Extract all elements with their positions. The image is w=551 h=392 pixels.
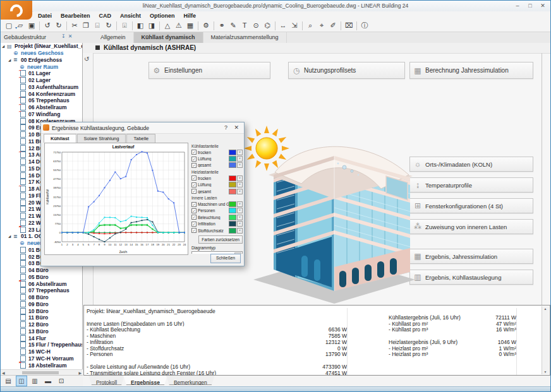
edit-pencil-icon[interactable]: ✎ bbox=[227, 20, 239, 31]
view-table-icon[interactable]: ▤ bbox=[3, 376, 14, 386]
dialog-tab-tabelle[interactable]: Tabelle bbox=[126, 134, 155, 143]
refresh-icon[interactable]: ↺ bbox=[84, 56, 89, 62]
panel-next-icon[interactable]: ◨ bbox=[146, 20, 157, 31]
refresh-icon[interactable]: ↻ bbox=[103, 20, 114, 31]
undo-icon[interactable]: ↺ bbox=[42, 20, 53, 31]
new-file-icon[interactable]: ▢▾ bbox=[3, 20, 15, 31]
swatch-dropdown-icon[interactable]: ˅ bbox=[237, 189, 243, 194]
bottom-tab-bemerkungen[interactable]: Bemerkungen bbox=[166, 376, 215, 385]
menu-ansicht[interactable]: Ansicht bbox=[116, 13, 145, 19]
color-swatch[interactable] bbox=[229, 208, 236, 213]
tree-item-projekt-linear-kuehllast-dynamis[interactable]: ◢▤Projekt (liNear_Kuehllast_dynamis bbox=[1, 43, 82, 50]
color-swatch[interactable] bbox=[229, 215, 236, 220]
tree-item-12-b-ro[interactable]: 12 Büro bbox=[1, 321, 82, 328]
checkbox-gesamt[interactable]: ✓ bbox=[191, 163, 197, 168]
dialog-title-bar[interactable]: Ergebnisse Kühllastauslegung, Gebäude ? … bbox=[41, 122, 244, 134]
link-icon[interactable]: ⚭ bbox=[216, 20, 227, 31]
checkbox-trocken[interactable]: ✓ bbox=[191, 175, 197, 181]
color-swatch[interactable] bbox=[229, 221, 236, 227]
network-icon[interactable]: ⌬ bbox=[262, 20, 273, 31]
tree-item-07-windfang[interactable]: ⚑07 Windfang bbox=[1, 111, 82, 118]
dialog-close-icon[interactable]: ✕ bbox=[234, 124, 239, 131]
tree-item-06-abstellraum[interactable]: ⚑06 Abstellraum bbox=[1, 280, 82, 287]
menu-bearbeiten[interactable]: Bearbeiten bbox=[56, 13, 95, 19]
view-card-icon[interactable]: ⊡ bbox=[56, 376, 67, 386]
view-list-icon[interactable]: ▥ bbox=[29, 376, 40, 386]
bottom-tab-protokoll[interactable]: Protokoll bbox=[88, 376, 124, 385]
color-swatch[interactable] bbox=[229, 150, 236, 155]
cut-icon[interactable]: ✂ bbox=[69, 20, 80, 31]
swatch-dropdown-icon[interactable]: ˅ bbox=[237, 221, 243, 227]
checkbox-l-ftung[interactable]: ✓ bbox=[191, 157, 197, 162]
tree-item-07-treppenhaus[interactable]: 07 Treppenhaus bbox=[1, 287, 82, 294]
color-swatch[interactable] bbox=[229, 201, 236, 207]
resize-icon[interactable]: ⇲ bbox=[289, 20, 300, 31]
save-file-icon[interactable]: ▣ bbox=[26, 20, 37, 31]
warning-outline-icon[interactable]: △ bbox=[162, 20, 173, 31]
zoom-icon[interactable]: ⌕ bbox=[305, 20, 316, 31]
dialog-help-icon[interactable]: ? bbox=[224, 124, 227, 131]
tree-item-09-b-ro[interactable]: 09 Büro bbox=[1, 301, 82, 308]
tree-item-02-lager[interactable]: ⚑02 Lager bbox=[1, 77, 82, 84]
view-tree-icon[interactable]: ◫ bbox=[16, 376, 27, 386]
checkbox-infiltration[interactable]: ✓ bbox=[191, 222, 197, 227]
reset-colors-button[interactable]: Farben zurücksetzen bbox=[198, 235, 243, 244]
dialog-tab-solare-strahlung[interactable]: Solare Strahlung bbox=[77, 134, 126, 143]
close-button[interactable]: ✕ bbox=[536, 1, 549, 10]
swatch-dropdown-icon[interactable]: ˅ bbox=[237, 175, 243, 181]
tree-item-15-flur-treppenhaus[interactable]: 15 Flur / Treppenhaus bbox=[1, 342, 82, 348]
view-bars-icon[interactable]: ▬ bbox=[42, 376, 54, 386]
text-tool-icon[interactable]: T bbox=[239, 20, 250, 31]
button-berechnung-jahressimulation[interactable]: ▦Berechnung Jahressimulation bbox=[409, 62, 533, 79]
swatch-dropdown-icon[interactable]: ˅ bbox=[237, 162, 243, 168]
color-swatch[interactable] bbox=[229, 189, 236, 194]
swatch-dropdown-icon[interactable]: ˅ bbox=[237, 201, 243, 207]
button-einstellungen[interactable]: ⚙Einstellungen bbox=[148, 62, 270, 79]
checkbox-maschinen-und-ger-te[interactable]: ✓ bbox=[191, 202, 197, 207]
warning-icon[interactable]: ⚠ bbox=[173, 20, 185, 31]
swatch-dropdown-icon[interactable]: ˅ bbox=[237, 208, 243, 213]
checkbox-personen[interactable]: ✓ bbox=[191, 208, 197, 213]
dialog-tab-k-hllast[interactable]: Kühllast bbox=[44, 134, 76, 143]
tree-item-01-lager[interactable]: ⚑01 Lager bbox=[1, 70, 82, 77]
scroll-up-icon[interactable]: ▲ bbox=[542, 307, 548, 311]
tree-item-13-b-ro[interactable]: 13 Büro bbox=[1, 328, 82, 335]
tree-item-18-abstellraum[interactable]: ⚑18 Abstellraum bbox=[1, 362, 82, 369]
tree-item-06-abstellraum[interactable]: ⚑06 Abstellraum bbox=[1, 104, 82, 111]
swatch-dropdown-icon[interactable]: ˅ bbox=[237, 215, 243, 220]
pin-icon[interactable]: ↧ bbox=[61, 33, 68, 39]
tree-item-08-b-ro[interactable]: 08 Büro bbox=[1, 294, 82, 301]
color-swatch[interactable] bbox=[229, 175, 236, 181]
tree-item-10-b-ro[interactable]: 10 Büro bbox=[1, 307, 82, 314]
scrollbar-thumb[interactable] bbox=[22, 371, 59, 374]
measure-icon[interactable]: ↔ bbox=[277, 20, 289, 31]
dialog-close-button[interactable]: Schließen bbox=[210, 254, 241, 263]
button-orts-klimadaten-koln[interactable]: ☼Orts-/Klimadaten (KOLN) bbox=[409, 157, 533, 172]
tree-item-16-wc-h[interactable]: 16 WC-H bbox=[1, 348, 82, 355]
paste-icon[interactable]: ⌺ bbox=[92, 20, 103, 31]
button-fensterkonfigurationen-4-st[interactable]: ⊞Fensterkonfigurationen (4 St) bbox=[409, 198, 533, 213]
redo-icon[interactable]: ↻ bbox=[53, 20, 64, 31]
button-temperaturprofile[interactable]: ↨Temperaturprofile bbox=[409, 177, 533, 193]
tree-item-neues-geschoss[interactable]: ⊕neues Geschoss bbox=[1, 50, 82, 57]
button-ergebnis-k-hllastauslegung[interactable]: ▥Ergebnis, Kühllastauslegung bbox=[409, 270, 533, 285]
info-icon[interactable]: ⓘ bbox=[359, 20, 370, 31]
pipette-icon[interactable]: ✐ bbox=[327, 20, 339, 31]
maximize-button[interactable]: □ bbox=[524, 1, 536, 10]
button-zuweisung-von-inneren-lasten[interactable]: ⁂Zuweisung von inneren Lasten bbox=[409, 219, 533, 234]
tab-k-hllast-dynamisch[interactable]: Kühllast dynamisch bbox=[134, 32, 203, 43]
color-swatch[interactable] bbox=[229, 156, 236, 162]
tree-item-11-b-ro[interactable]: 11 Büro bbox=[1, 314, 82, 321]
swatch-dropdown-icon[interactable]: ˅ bbox=[237, 156, 243, 162]
print-icon[interactable]: ⍗ bbox=[119, 20, 130, 31]
checkbox-gesamt[interactable]: ✓ bbox=[191, 189, 197, 194]
scroll-down-icon[interactable]: ▼ bbox=[542, 370, 548, 374]
table-check-icon[interactable]: ▦ bbox=[185, 20, 196, 31]
tree-item-17-wc-h-vorraum[interactable]: 17 WC-H Vorraum bbox=[1, 355, 82, 362]
tree-item-14-flur[interactable]: 14 Flur bbox=[1, 335, 82, 342]
checkbox-beleuchtung[interactable]: ✓ bbox=[191, 215, 197, 220]
swatch-dropdown-icon[interactable]: ˅ bbox=[237, 228, 243, 234]
checkbox-l-ftung[interactable]: ✓ bbox=[191, 182, 197, 187]
checkbox-trocken[interactable]: ✓ bbox=[191, 150, 197, 155]
color-swatch[interactable] bbox=[229, 182, 236, 187]
